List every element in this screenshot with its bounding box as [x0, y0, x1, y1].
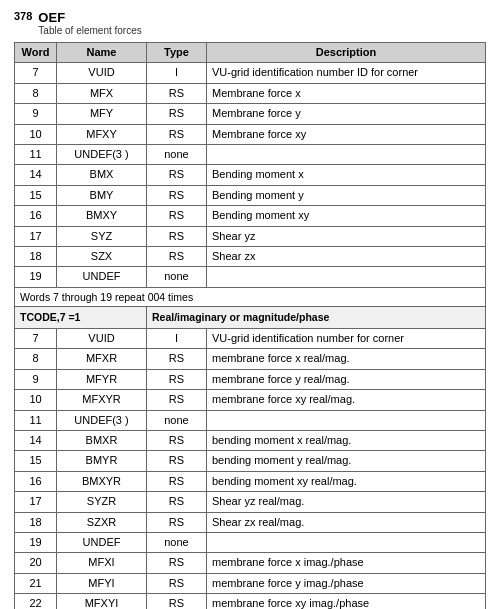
table-row: 16 BMXY RS Bending moment xy	[15, 206, 486, 226]
cell-desc: bending moment y real/mag.	[207, 451, 486, 471]
table-row: 16 BMXYR RS bending moment xy real/mag.	[15, 471, 486, 491]
cell-type: RS	[147, 492, 207, 512]
cell-desc: membrane force xy imag./phase	[207, 594, 486, 609]
table-row: 18 SZX RS Shear zx	[15, 246, 486, 266]
table-row: 19 UNDEF none	[15, 267, 486, 287]
cell-name: SYZ	[57, 226, 147, 246]
cell-desc: Membrane force y	[207, 104, 486, 124]
cell-word: 8	[15, 349, 57, 369]
cell-type: I	[147, 63, 207, 83]
page-number: 378	[14, 10, 32, 22]
cell-name: BMXY	[57, 206, 147, 226]
col-header-name: Name	[57, 43, 147, 63]
main-table: Word Name Type Description 7 VUID I VU-g…	[14, 42, 486, 609]
cell-name: SZXR	[57, 512, 147, 532]
cell-name: MFXYR	[57, 390, 147, 410]
cell-desc: Bending moment x	[207, 165, 486, 185]
cell-name: MFXY	[57, 124, 147, 144]
page-header: 378 OEF Table of element forces	[14, 10, 486, 36]
cell-type: RS	[147, 512, 207, 532]
cell-type: RS	[147, 104, 207, 124]
cell-desc: membrane force y imag./phase	[207, 573, 486, 593]
page-title-sub: Table of element forces	[38, 25, 141, 36]
table-row: 10 MFXY RS Membrane force xy	[15, 124, 486, 144]
cell-name: UNDEF	[57, 532, 147, 552]
tcode-label: TCODE,7 =1	[15, 307, 147, 329]
cell-name: MFYR	[57, 369, 147, 389]
cell-desc: membrane force xy real/mag.	[207, 390, 486, 410]
table-row: 7 VUID I VU-grid identification number I…	[15, 63, 486, 83]
cell-word: 14	[15, 165, 57, 185]
cell-word: 11	[15, 410, 57, 430]
cell-name: MFX	[57, 83, 147, 103]
cell-word: 21	[15, 573, 57, 593]
cell-type: RS	[147, 553, 207, 573]
table-row: 17 SYZ RS Shear yz	[15, 226, 486, 246]
cell-word: 14	[15, 431, 57, 451]
cell-word: 16	[15, 471, 57, 491]
cell-type: RS	[147, 594, 207, 609]
cell-name: BMXYR	[57, 471, 147, 491]
cell-name: UNDEF	[57, 267, 147, 287]
cell-desc: bending moment xy real/mag.	[207, 471, 486, 491]
cell-word: 7	[15, 329, 57, 349]
cell-word: 9	[15, 369, 57, 389]
cell-desc: Shear zx real/mag.	[207, 512, 486, 532]
cell-type: RS	[147, 124, 207, 144]
cell-word: 10	[15, 390, 57, 410]
cell-desc: Shear zx	[207, 246, 486, 266]
col-header-word: Word	[15, 43, 57, 63]
table-row: 11 UNDEF(3 ) none	[15, 410, 486, 430]
cell-word: 10	[15, 124, 57, 144]
cell-word: 7	[15, 63, 57, 83]
cell-word: 17	[15, 226, 57, 246]
cell-name: MFXI	[57, 553, 147, 573]
cell-desc: Membrane force xy	[207, 124, 486, 144]
cell-name: BMY	[57, 185, 147, 205]
cell-word: 8	[15, 83, 57, 103]
cell-name: MFYI	[57, 573, 147, 593]
table-header-row: Word Name Type Description	[15, 43, 486, 63]
cell-desc: Membrane force x	[207, 83, 486, 103]
cell-name: BMYR	[57, 451, 147, 471]
cell-desc	[207, 532, 486, 552]
cell-type: none	[147, 410, 207, 430]
col-header-type: Type	[147, 43, 207, 63]
table-row: 21 MFYI RS membrane force y imag./phase	[15, 573, 486, 593]
cell-word: 18	[15, 512, 57, 532]
cell-desc	[207, 144, 486, 164]
cell-name: VUID	[57, 63, 147, 83]
repeat-note-cell: Words 7 through 19 repeat 004 times	[15, 287, 486, 307]
cell-name: UNDEF(3 )	[57, 410, 147, 430]
cell-type: RS	[147, 83, 207, 103]
cell-type: RS	[147, 206, 207, 226]
cell-desc: Shear yz	[207, 226, 486, 246]
cell-desc: bending moment x real/mag.	[207, 431, 486, 451]
cell-desc: membrane force x imag./phase	[207, 553, 486, 573]
table-row: 10 MFXYR RS membrane force xy real/mag.	[15, 390, 486, 410]
cell-name: VUID	[57, 329, 147, 349]
table-row: 14 BMX RS Bending moment x	[15, 165, 486, 185]
col-header-desc: Description	[207, 43, 486, 63]
table-row: 7 VUID I VU-grid identification number f…	[15, 329, 486, 349]
cell-word: 11	[15, 144, 57, 164]
cell-desc: VU-grid identification number for corner	[207, 329, 486, 349]
table-row: 11 UNDEF(3 ) none	[15, 144, 486, 164]
tcode-header-row: TCODE,7 =1 Real/imaginary or magnitude/p…	[15, 307, 486, 329]
cell-word: 22	[15, 594, 57, 609]
cell-name: BMX	[57, 165, 147, 185]
cell-word: 17	[15, 492, 57, 512]
cell-word: 19	[15, 532, 57, 552]
cell-name: BMXR	[57, 431, 147, 451]
cell-type: RS	[147, 349, 207, 369]
cell-type: RS	[147, 185, 207, 205]
cell-type: RS	[147, 165, 207, 185]
table-row: 19 UNDEF none	[15, 532, 486, 552]
table-row: 15 BMY RS Bending moment y	[15, 185, 486, 205]
cell-desc: Bending moment y	[207, 185, 486, 205]
cell-type: RS	[147, 471, 207, 491]
cell-word: 20	[15, 553, 57, 573]
cell-type: RS	[147, 226, 207, 246]
cell-desc: VU-grid identification number ID for cor…	[207, 63, 486, 83]
cell-name: SZX	[57, 246, 147, 266]
